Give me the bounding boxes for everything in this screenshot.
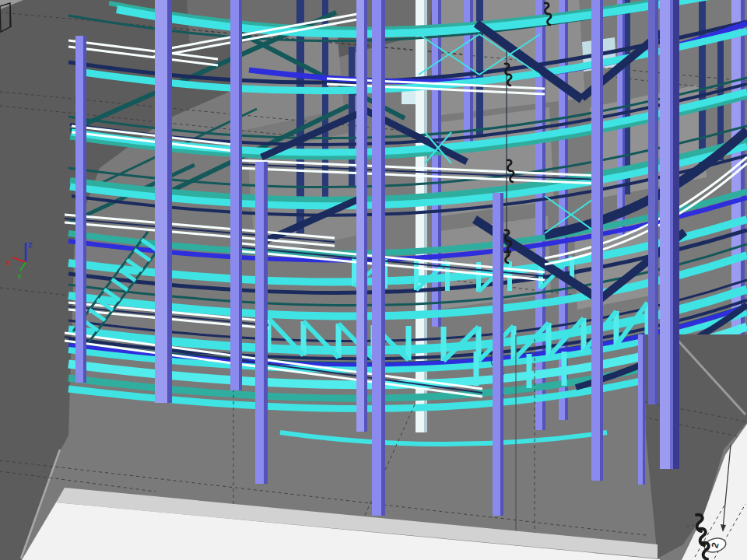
model-3d-scene[interactable]: 2 X Y Z: [0, 0, 747, 560]
steel-column[interactable]: [660, 0, 679, 469]
model-viewport[interactable]: 2 X Y Z: [0, 0, 747, 560]
steel-column[interactable]: [155, 0, 172, 403]
axis-x-label: X: [5, 259, 10, 267]
steel-column[interactable]: [648, 0, 658, 404]
steel-column[interactable]: [638, 334, 645, 485]
steel-column[interactable]: [372, 0, 385, 516]
steel-column[interactable]: [75, 36, 86, 383]
steel-column[interactable]: [476, 0, 483, 136]
steel-column[interactable]: [255, 162, 268, 484]
axis-y-label: Y: [17, 273, 22, 281]
steel-column[interactable]: [230, 0, 242, 390]
steel-column[interactable]: [717, 28, 724, 160]
steel-column[interactable]: [493, 193, 503, 516]
steel-column[interactable]: [356, 0, 367, 432]
steel-column[interactable]: [591, 0, 603, 481]
axis-z-label: Z: [28, 241, 33, 249]
